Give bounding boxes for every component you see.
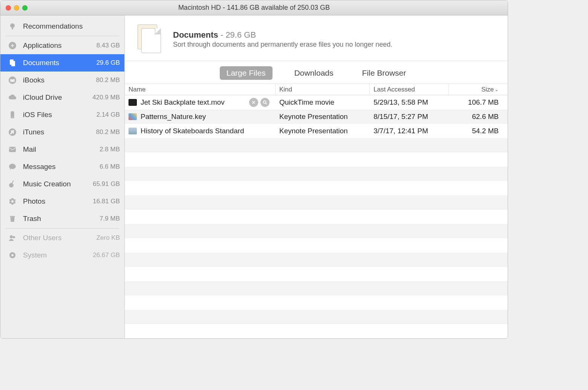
reveal-file-button[interactable]	[260, 98, 270, 107]
sidebar-item-label: Mail	[23, 145, 36, 154]
tab-file-browser[interactable]: File Browser	[355, 66, 413, 80]
table-row[interactable]: History of Skateboards Standard Keynote …	[125, 124, 508, 138]
documents-icon	[6, 57, 18, 69]
table-row-empty	[125, 238, 508, 253]
sidebar-item-label: Photos	[23, 197, 45, 206]
file-name: History of Skateboards Standard	[141, 127, 244, 135]
column-header-last-accessed[interactable]: Last Accessed	[370, 84, 449, 95]
sidebar-item-label: Messages	[23, 163, 56, 171]
sidebar-item-trash[interactable]: Trash 7.9 MB	[0, 210, 124, 227]
table-row-empty	[125, 195, 508, 210]
sidebar-item-recommendations[interactable]: Recommendations	[0, 18, 124, 35]
keynote-file-icon	[129, 128, 137, 134]
storage-management-window: Macintosh HD - 141.86 GB available of 25…	[0, 0, 508, 339]
tab-bar: Large Files Downloads File Browser	[125, 61, 508, 84]
sidebar-item-size: 7.9 MB	[100, 215, 120, 222]
delete-file-button[interactable]	[249, 98, 258, 107]
minimize-window-button[interactable]	[14, 5, 19, 11]
sidebar-item-label: Other Users	[23, 234, 61, 242]
table-row-empty	[125, 210, 508, 224]
photos-icon	[6, 195, 18, 207]
table-row-empty	[125, 267, 508, 281]
svg-point-24	[263, 101, 266, 104]
tab-large-files[interactable]: Large Files	[220, 66, 273, 80]
sidebar-item-label: Documents	[23, 59, 59, 67]
svg-point-18	[9, 199, 12, 201]
column-header-kind[interactable]: Kind	[276, 84, 370, 95]
sidebar-item-label: Music Creation	[23, 180, 71, 188]
documents-large-icon	[135, 24, 165, 54]
svg-point-21	[13, 236, 15, 238]
close-window-button[interactable]	[6, 5, 11, 11]
sidebar-item-label: iBooks	[23, 76, 44, 84]
sidebar-item-itunes[interactable]: iTunes 80.2 MB	[0, 123, 124, 141]
sidebar-item-size: 6.6 MB	[100, 163, 120, 171]
sidebar: Recommendations Applications 8.43 GB Doc…	[0, 15, 125, 338]
table-row-empty	[125, 152, 508, 167]
file-kind: QuickTime movie	[276, 98, 370, 107]
svg-rect-9	[9, 147, 16, 152]
table-row-empty	[125, 281, 508, 296]
sidebar-item-label: Trash	[23, 215, 41, 223]
svg-rect-4	[11, 61, 15, 66]
column-header-name[interactable]: Name	[125, 84, 276, 95]
sidebar-divider	[6, 36, 119, 36]
sidebar-item-label: Applications	[23, 41, 61, 50]
svg-point-16	[11, 203, 14, 205]
table-row-empty	[125, 181, 508, 195]
category-header-text: Documents - 29.6 GB Sort through documen…	[173, 30, 392, 49]
tab-downloads[interactable]: Downloads	[288, 66, 340, 80]
table-row[interactable]: Patterns_Nature.key Keynote Presentation…	[125, 110, 508, 124]
sidebar-item-messages[interactable]: Messages 6.6 MB	[0, 158, 124, 175]
table-body[interactable]: Jet Ski Backplate text.mov QuickTime mo	[125, 95, 508, 338]
ibooks-icon	[6, 74, 18, 86]
window-title: Macintosh HD - 141.86 GB available of 25…	[0, 4, 508, 12]
mail-icon	[6, 143, 18, 155]
sidebar-item-mail[interactable]: Mail 2.8 MB	[0, 141, 124, 158]
category-header: Documents - 29.6 GB Sort through documen…	[125, 15, 508, 61]
table-row-empty	[125, 253, 508, 267]
sidebar-item-label: iTunes	[23, 128, 44, 136]
sidebar-item-label: iCloud Drive	[23, 93, 62, 102]
zoom-window-button[interactable]	[22, 5, 28, 11]
sidebar-item-ios-files[interactable]: iOS Files 2.14 GB	[0, 106, 124, 123]
table-row-empty	[125, 138, 508, 152]
sidebar-item-documents[interactable]: Documents 29.6 GB	[0, 54, 124, 72]
sidebar-item-size: 65.91 GB	[93, 180, 120, 188]
sidebar-item-size: 26.67 GB	[93, 251, 120, 259]
sidebar-item-system[interactable]: System 26.67 GB	[0, 247, 124, 264]
svg-point-17	[9, 201, 12, 204]
svg-rect-19	[10, 216, 15, 217]
gear-icon	[6, 249, 18, 261]
sidebar-divider	[6, 228, 119, 229]
iphone-icon	[6, 109, 18, 121]
sidebar-item-size: 420.9 MB	[92, 94, 120, 101]
column-header-size[interactable]: Size ⌄	[449, 84, 508, 95]
file-size: 106.7 MB	[449, 98, 508, 107]
trash-icon	[6, 213, 18, 225]
sidebar-item-size: 8.43 GB	[96, 42, 120, 49]
table-row[interactable]: Jet Ski Backplate text.mov QuickTime mo	[125, 95, 508, 110]
window-body: Recommendations Applications 8.43 GB Doc…	[0, 15, 508, 338]
sidebar-item-other-users[interactable]: Other Users Zero KB	[0, 229, 124, 247]
chevron-down-icon: ⌄	[495, 87, 499, 92]
svg-point-0	[10, 23, 15, 28]
file-last-accessed: 8/15/17, 5:27 PM	[370, 113, 449, 121]
file-size: 62.6 MB	[449, 113, 508, 121]
file-size: 54.2 MB	[449, 127, 508, 135]
sidebar-item-photos[interactable]: Photos 16.81 GB	[0, 193, 124, 210]
category-title: Documents	[173, 30, 218, 40]
movie-file-icon	[129, 99, 137, 106]
table-row-empty	[125, 310, 508, 324]
table-row-empty	[125, 224, 508, 238]
sidebar-item-applications[interactable]: Applications 8.43 GB	[0, 37, 124, 54]
sidebar-item-music-creation[interactable]: Music Creation 65.91 GB	[0, 175, 124, 193]
file-table: Name Kind Last Accessed Size ⌄ Jet Ski B…	[125, 84, 508, 338]
sidebar-item-icloud-drive[interactable]: iCloud Drive 420.9 MB	[0, 89, 124, 106]
titlebar: Macintosh HD - 141.86 GB available of 25…	[0, 0, 508, 15]
file-kind: Keynote Presentation	[276, 127, 370, 135]
sidebar-item-ibooks[interactable]: iBooks 80.2 MB	[0, 72, 124, 89]
sidebar-item-size: Zero KB	[96, 234, 120, 242]
table-row-empty	[125, 324, 508, 338]
column-header-size-label: Size	[481, 86, 494, 93]
